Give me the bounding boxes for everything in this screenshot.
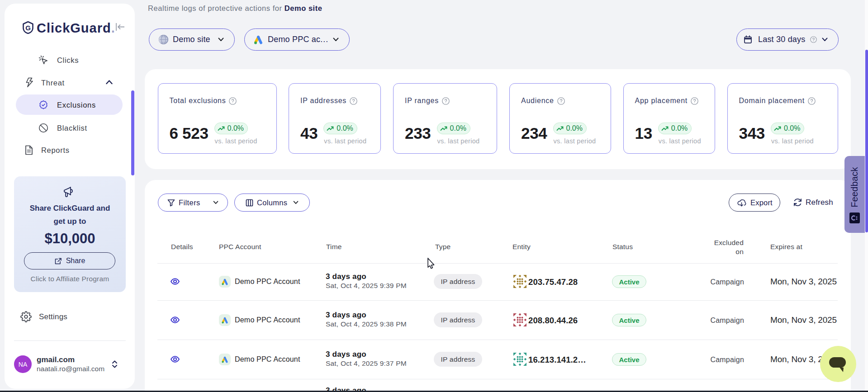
svg-text:G: G	[25, 24, 31, 32]
